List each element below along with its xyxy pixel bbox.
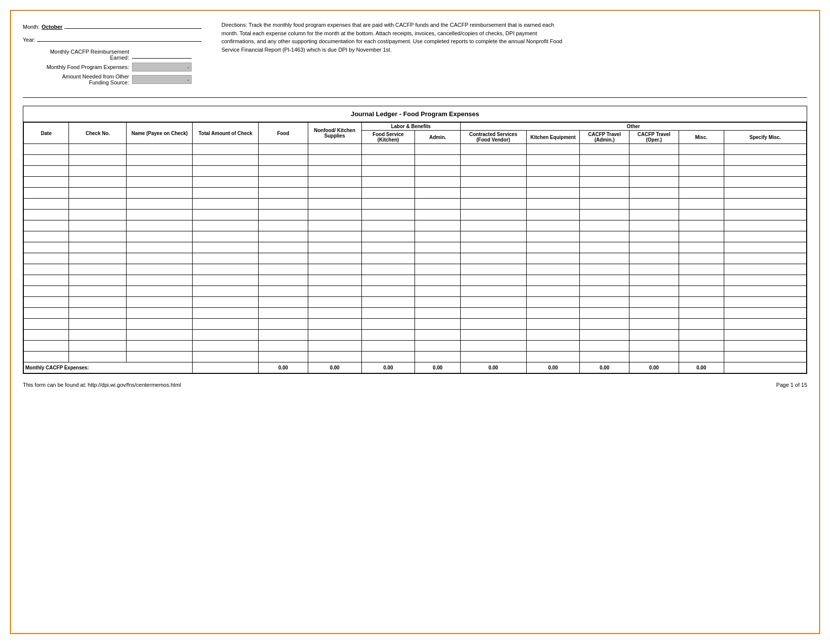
funding-row: Amount Needed from Other Funding Source:… xyxy=(23,73,202,85)
footer-url: This form can be found at: http://dpi.wi… xyxy=(23,382,181,388)
totals-food-service: 0.00 xyxy=(361,362,415,373)
month-row: Month: October xyxy=(23,21,202,30)
ledger-title: Journal Ledger - Food Program Expenses xyxy=(23,106,807,122)
totals-kitchen: 0.00 xyxy=(526,362,580,373)
totals-cacfp-admin: 0.00 xyxy=(580,362,629,373)
col-header-kitchen: Kitchen Equipment xyxy=(526,131,580,144)
group-header-other: Other xyxy=(460,123,806,131)
totals-food: 0.00 xyxy=(259,362,308,373)
funding-value: - xyxy=(132,75,192,84)
ledger-section: Journal Ledger - Food Program Expenses D… xyxy=(23,106,807,374)
col-header-cacfp-oper: CACFP Travel (Oper.) xyxy=(629,131,679,144)
totals-contracted: 0.00 xyxy=(460,362,526,373)
month-value: October xyxy=(42,24,63,30)
top-section: Month: October Year: Monthly CACFP Reimb… xyxy=(23,21,807,87)
table-row xyxy=(24,199,807,210)
totals-total-amount xyxy=(193,362,259,373)
reimbursement-group: Monthly CACFP Reimbursement Earned: Mont… xyxy=(23,49,202,85)
totals-row: Monthly CACFP Expenses: 0.00 0.00 0.00 0… xyxy=(24,362,807,373)
totals-nonfood: 0.00 xyxy=(308,362,361,373)
year-label: Year: xyxy=(23,37,35,43)
table-row xyxy=(24,352,807,362)
col-header-nonfood: Nonfood/ Kitchen Supplies xyxy=(308,123,361,144)
table-row xyxy=(24,177,807,188)
reimbursement-row: Monthly CACFP Reimbursement Earned: xyxy=(23,49,202,61)
expenses-label: Monthly Food Program Expenses: xyxy=(23,64,132,70)
totals-misc: 0.00 xyxy=(679,362,724,373)
col-header-food-service: Food Service (Kitchen) xyxy=(361,131,415,144)
group-header-row: Date Check No. Name (Payee on Check) Tot… xyxy=(24,123,807,131)
table-row xyxy=(24,253,807,264)
funding-label: Amount Needed from Other Funding Source: xyxy=(23,73,132,85)
table-row xyxy=(24,297,807,308)
totals-specify-misc xyxy=(724,362,806,373)
table-row xyxy=(24,330,807,341)
col-header-specify-misc: Specify Misc. xyxy=(724,131,806,144)
totals-label: Monthly CACFP Expenses: xyxy=(24,362,193,373)
table-row xyxy=(24,220,807,231)
page: Month: October Year: Monthly CACFP Reimb… xyxy=(10,10,820,634)
col-header-check: Check No. xyxy=(69,123,127,144)
table-row xyxy=(24,308,807,319)
table-row xyxy=(24,144,807,155)
year-row: Year: xyxy=(23,34,202,43)
table-row xyxy=(24,242,807,253)
table-row xyxy=(24,155,807,166)
reimbursement-label: Monthly CACFP Reimbursement Earned: xyxy=(23,49,132,61)
table-row xyxy=(24,188,807,199)
col-header-contracted: Contracted Services (Food Vendor) xyxy=(460,131,526,144)
table-row xyxy=(24,341,807,352)
month-underline xyxy=(65,21,202,29)
col-header-name: Name (Payee on Check) xyxy=(127,123,193,144)
totals-admin: 0.00 xyxy=(415,362,460,373)
month-label: Month: xyxy=(23,24,40,30)
left-form: Month: October Year: Monthly CACFP Reimb… xyxy=(23,21,202,87)
group-header-labor: Labor & Benefits xyxy=(361,123,460,131)
col-header-admin: Admin. xyxy=(415,131,460,144)
table-row xyxy=(24,275,807,286)
table-row xyxy=(24,264,807,275)
divider xyxy=(23,97,807,98)
col-header-cacfp-admin: CACFP Travel (Admin.) xyxy=(580,131,629,144)
table-row xyxy=(24,319,807,330)
col-header-total: Total Amount of Check xyxy=(193,123,259,144)
ledger-table: Date Check No. Name (Payee on Check) Tot… xyxy=(23,122,807,373)
expenses-row: Monthly Food Program Expenses: - xyxy=(23,63,202,72)
col-header-date: Date xyxy=(24,123,69,144)
footer: This form can be found at: http://dpi.wi… xyxy=(23,382,807,388)
col-header-misc: Misc. xyxy=(679,131,724,144)
table-row xyxy=(24,231,807,242)
reimbursement-input xyxy=(132,51,192,59)
table-row xyxy=(24,166,807,177)
table-row xyxy=(24,210,807,220)
year-underline xyxy=(37,34,202,42)
expenses-value: - xyxy=(132,63,192,72)
totals-cacfp-oper: 0.00 xyxy=(629,362,679,373)
directions: Directions: Track the monthly food progr… xyxy=(221,21,569,87)
col-header-food: Food xyxy=(259,123,308,144)
table-row xyxy=(24,286,807,297)
footer-page: Page 1 of 15 xyxy=(776,382,807,388)
